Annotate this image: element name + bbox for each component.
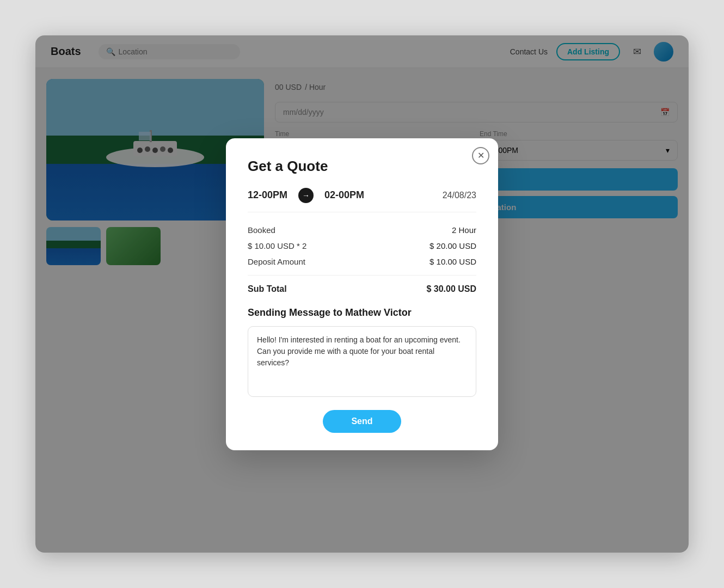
send-button[interactable]: Send <box>323 410 401 433</box>
rate-label: $ 10.00 USD * 2 <box>248 241 306 250</box>
subtotal-value: $ 30.00 USD <box>426 284 476 294</box>
booked-row: Booked 2 Hour <box>248 225 476 235</box>
rate-row: $ 10.00 USD * 2 $ 20.00 USD <box>248 241 476 250</box>
subtotal-label: Sub Total <box>248 284 287 294</box>
quote-modal: ✕ Get a Quote 12-00PM → 02-00PM 24/08/23… <box>226 138 498 450</box>
modal-overlay[interactable]: ✕ Get a Quote 12-00PM → 02-00PM 24/08/23… <box>35 35 689 553</box>
deposit-row: Deposit Amount $ 10.00 USD <box>248 257 476 266</box>
deposit-value: $ 10.00 USD <box>430 257 476 266</box>
message-textarea[interactable] <box>248 326 476 397</box>
booked-label: Booked <box>248 225 275 235</box>
time-to: 02-00PM <box>324 189 364 201</box>
rate-value: $ 20.00 USD <box>430 241 476 250</box>
date-display: 24/08/23 <box>443 191 476 200</box>
modal-title: Get a Quote <box>248 158 476 175</box>
deposit-label: Deposit Amount <box>248 257 305 266</box>
arrow-icon: → <box>298 188 314 203</box>
subtotal-row: Sub Total $ 30.00 USD <box>248 284 476 294</box>
time-from: 12-00PM <box>248 189 287 201</box>
time-display-row: 12-00PM → 02-00PM 24/08/23 <box>248 188 476 212</box>
message-section-title: Sending Message to Mathew Victor <box>248 307 476 318</box>
modal-close-button[interactable]: ✕ <box>472 147 489 164</box>
booked-value: 2 Hour <box>452 225 476 235</box>
quote-rows: Booked 2 Hour $ 10.00 USD * 2 $ 20.00 US… <box>248 217 476 275</box>
